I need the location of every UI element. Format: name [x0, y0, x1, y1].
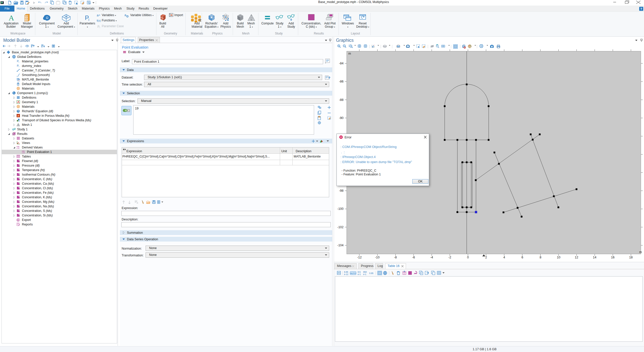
svg-text:e-12: e-12 [17, 147, 19, 149]
svg-text:A: A [9, 14, 14, 21]
svg-text:i: i [99, 26, 100, 28]
svg-text:Ω: Ω [13, 92, 15, 94]
svg-text:e-1: e-1 [358, 273, 361, 276]
svg-text:e-12: e-12 [22, 152, 25, 153]
svg-text:m: m [639, 250, 642, 254]
svg-text:=: = [99, 14, 100, 17]
svg-text:P: P [97, 25, 99, 28]
svg-text:a: a [124, 13, 126, 17]
svg-text:i: i [19, 65, 19, 68]
svg-text:m: m [348, 52, 351, 55]
svg-text:a: a [97, 14, 99, 17]
svg-text:e-1: e-1 [363, 273, 366, 276]
svg-text:i: i [19, 61, 19, 63]
svg-text:0.85: 0.85 [369, 272, 374, 275]
svg-text:i: i [88, 17, 89, 21]
svg-text:f(x): f(x) [97, 19, 101, 22]
svg-text:Ω: Ω [46, 16, 48, 20]
svg-text:e-12: e-12 [344, 273, 348, 276]
svg-text:AUTO: AUTO [350, 272, 356, 275]
svg-text:?: ? [640, 7, 642, 11]
